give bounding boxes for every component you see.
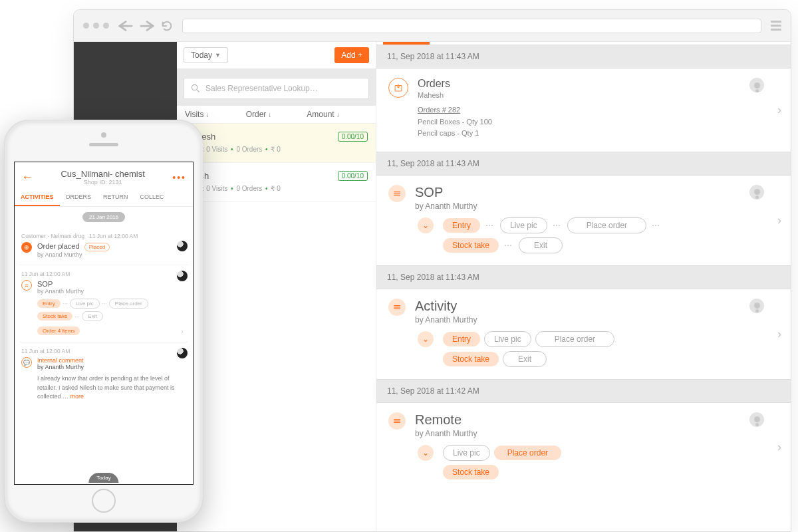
browser-toolbar — [74, 10, 791, 42]
rep-summary: Today: 0 Visits • 0 Orders • ₹ 0 — [185, 185, 368, 192]
phone-card-sop[interactable]: 11 Jun at 12:00 AM ≡ SOP by Ananth Murth… — [20, 265, 188, 342]
step-placeorder[interactable]: Place order — [567, 217, 646, 233]
tab-collection[interactable]: COLLEC — [134, 188, 170, 206]
step-placeorder[interactable]: Place order — [494, 446, 561, 460]
step-entry[interactable]: Entry — [443, 332, 480, 346]
phone-card-order[interactable]: Customer - Nelmani drug 11 Jun at 12:00 … — [20, 227, 188, 265]
phone-camera — [101, 132, 106, 138]
search-input[interactable]: Sales Representative Lookup… — [184, 78, 369, 99]
card-author: Mahesh — [418, 91, 450, 99]
step-exit[interactable]: Exit — [519, 237, 563, 253]
reps-panel: Today ▼ Add + Sales Representative Looku… — [177, 42, 376, 531]
phone-home-button[interactable] — [92, 489, 116, 513]
today-footer-chip[interactable]: Today — [88, 473, 118, 483]
expand-icon[interactable]: ⌄ — [418, 331, 434, 347]
activity-card-activity[interactable]: Activity by Ananth Murthy ⌄ Entry Live p… — [376, 289, 791, 379]
step-pills: ⌄ Entry⋯ Live pic⋯ Place order⋯ — [418, 217, 779, 233]
step-stocktake[interactable]: Stock take — [443, 352, 499, 366]
expand-icon[interactable]: ⌄ — [418, 217, 434, 233]
activity-panel: 11, Sep 2018 at 11:43 AM Orders Mahesh O… — [376, 42, 791, 531]
step-pills: ⌄ Live pic Place order — [418, 445, 779, 461]
phone-screen: ← Cus_Nilmani- chemist Shop ID: 2131 •••… — [14, 162, 194, 485]
pill-order-items[interactable]: Order 4 items — [37, 327, 80, 335]
step-entry[interactable]: Entry — [443, 218, 480, 233]
activity-card-remote[interactable]: Remote by Ananth Murthy ⌄ Live pic Place… — [376, 403, 791, 491]
order-icon: ⊕ — [21, 242, 32, 253]
col-order[interactable]: Order↓ — [246, 110, 307, 119]
more-link[interactable]: more — [70, 393, 84, 400]
avatar-icon — [177, 271, 188, 281]
forward-icon[interactable] — [140, 20, 154, 32]
col-amount[interactable]: Amount↓ — [307, 110, 368, 119]
step-stocktake[interactable]: Stock take — [443, 238, 499, 253]
phone-device: ← Cus_Nilmani- chemist Shop ID: 2131 •••… — [4, 120, 203, 523]
card-title: Activity — [415, 299, 477, 314]
chevron-right-icon[interactable]: › — [777, 103, 781, 117]
step-livepic[interactable]: Live pic — [500, 217, 547, 233]
timestamp-divider: 11, Sep 2018 at 11:43 AM — [376, 265, 791, 289]
card-author: by Anand Murthy — [37, 251, 110, 258]
rep-item[interactable]: Mahesh Today: 0 Visits • 0 Orders • ₹ 0 … — [177, 124, 376, 163]
step-stocktake[interactable]: Stock take — [443, 465, 499, 479]
orders-icon — [388, 78, 408, 98]
step-pills-2: Stock take — [418, 465, 779, 479]
sop-icon — [388, 185, 406, 202]
chevron-right-icon[interactable]: › — [777, 327, 781, 341]
phone-title: Cus_Nilmani- chemist — [33, 169, 172, 179]
search-icon — [191, 84, 200, 93]
tab-return[interactable]: RETURN — [97, 188, 134, 206]
browser-nav — [118, 20, 173, 32]
url-bar[interactable] — [182, 19, 761, 33]
add-button[interactable]: Add + — [334, 47, 369, 63]
avatar-icon — [749, 185, 764, 200]
status-badge: Placed — [84, 243, 110, 251]
avatar-icon — [749, 78, 764, 92]
tab-orders[interactable]: ORDERS — [60, 188, 98, 206]
today-dropdown[interactable]: Today ▼ — [184, 47, 228, 63]
more-icon[interactable]: ••• — [172, 172, 186, 183]
order-link[interactable]: Orders # 282 — [418, 104, 779, 116]
step-livepic[interactable]: Live pic — [484, 331, 531, 347]
timestamp-divider: 11, Sep 2018 at 11:43 AM — [376, 45, 791, 68]
card-title: Order placed — [37, 242, 80, 250]
card-title: SOP — [415, 185, 477, 200]
chevron-right-icon[interactable]: › — [777, 440, 781, 454]
rep-item[interactable]: Satish Today: 0 Visits • 0 Orders • ₹ 0 … — [177, 163, 376, 202]
hamburger-icon[interactable] — [771, 21, 781, 31]
back-arrow-icon[interactable]: ← — [21, 170, 33, 184]
card-author: by Ananth Murthy — [37, 364, 84, 370]
caret-down-icon: ▼ — [215, 52, 221, 59]
avatar-icon — [177, 241, 188, 251]
phone-card-comment[interactable]: 11 Jun at 12:00 AM 💬 Internal comment by… — [20, 342, 188, 408]
tab-activities[interactable]: ACTIVITIES — [15, 188, 60, 206]
expand-icon[interactable]: ⌄ — [418, 445, 434, 461]
pill-stocktake[interactable]: Stock take — [37, 312, 72, 321]
phone-header: ← Cus_Nilmani- chemist Shop ID: 2131 ••• — [15, 162, 193, 188]
order-details: Orders # 282 Pencil Boxes - Qty 100 Penc… — [418, 104, 779, 140]
back-icon[interactable] — [118, 20, 133, 32]
col-visits[interactable]: Visits↓ — [185, 110, 246, 119]
reload-icon[interactable] — [161, 20, 173, 32]
window-controls[interactable] — [83, 23, 109, 29]
activity-card-orders[interactable]: Orders Mahesh Orders # 282 Pencil Boxes … — [376, 68, 791, 152]
pill-exit[interactable]: Exit — [82, 311, 102, 321]
activity-scroll[interactable]: 11, Sep 2018 at 11:43 AM Orders Mahesh O… — [376, 45, 791, 531]
chevron-right-icon[interactable]: › — [777, 213, 781, 227]
pill-livepic[interactable]: Live pic — [70, 299, 100, 309]
step-pills-2: Stock take⋯ Exit — [418, 237, 779, 253]
phone-activity-list[interactable]: Customer - Nelmani drug 11 Jun at 12:00 … — [15, 227, 193, 414]
pill-placeorder[interactable]: Place order — [109, 299, 148, 309]
step-exit[interactable]: Exit — [503, 351, 547, 367]
date-chip: 21 Jan 2016 — [82, 212, 125, 222]
card-author: by Ananth Murthy — [37, 288, 84, 295]
activity-card-sop[interactable]: SOP by Ananth Murthy ⌄ Entry⋯ Live pic⋯ … — [376, 176, 791, 265]
card-author: by Ananth Murthy — [415, 429, 477, 438]
pill-entry[interactable]: Entry — [37, 299, 61, 308]
reps-column-headers: Visits↓ Order↓ Amount↓ — [177, 106, 376, 124]
chevron-right-icon[interactable]: › — [181, 327, 184, 335]
phone-subtitle: Shop ID: 2131 — [33, 179, 172, 186]
remote-icon — [388, 412, 406, 430]
step-livepic[interactable]: Live pic — [443, 445, 490, 461]
step-placeorder[interactable]: Place order — [535, 331, 614, 347]
card-title: Orders — [418, 78, 450, 90]
